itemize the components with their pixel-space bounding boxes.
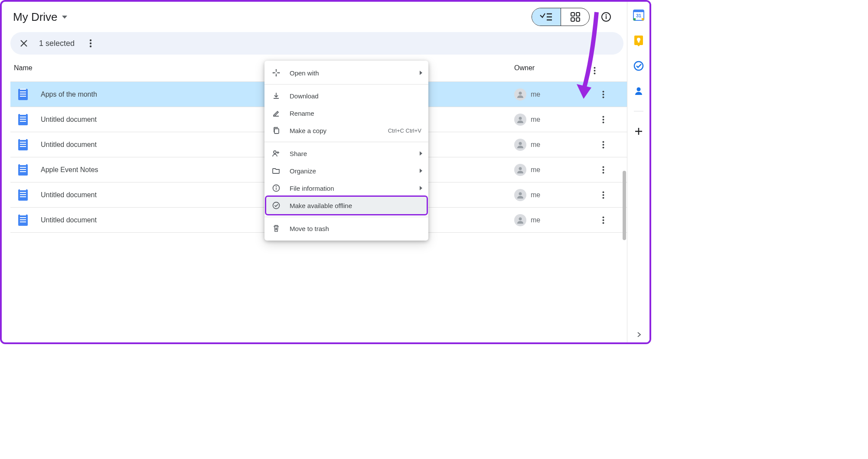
svg-point-13 xyxy=(519,91,522,94)
svg-rect-3 xyxy=(576,18,580,21)
svg-point-8 xyxy=(90,42,91,44)
svg-point-23 xyxy=(602,144,604,146)
svg-rect-2 xyxy=(571,18,574,21)
menu-move-to-trash[interactable]: Move to trash xyxy=(264,220,428,237)
svg-point-17 xyxy=(519,117,522,120)
svg-point-12 xyxy=(594,73,595,75)
share-icon xyxy=(271,150,281,157)
trash-icon xyxy=(271,225,281,232)
svg-point-51 xyxy=(636,88,640,91)
selection-bar: 1 selected xyxy=(10,32,623,55)
context-menu: Open with Download Rename Make xyxy=(264,61,428,241)
svg-point-38 xyxy=(274,151,276,153)
svg-rect-41 xyxy=(276,188,277,190)
svg-point-34 xyxy=(602,216,604,218)
shortcut-text: Ctrl+C Ctrl+V xyxy=(388,127,421,134)
page-title: My Drive xyxy=(13,10,58,24)
column-options-button[interactable] xyxy=(588,64,601,77)
menu-organize[interactable]: Organize xyxy=(264,162,428,179)
svg-point-24 xyxy=(602,146,604,148)
svg-point-50 xyxy=(634,62,643,70)
owner-avatar xyxy=(514,88,526,101)
svg-point-29 xyxy=(519,192,522,195)
svg-rect-45 xyxy=(642,18,644,20)
svg-point-9 xyxy=(90,46,91,47)
scrollbar[interactable] xyxy=(623,171,626,240)
keep-app-icon[interactable] xyxy=(633,36,644,46)
file-more-button[interactable] xyxy=(597,88,610,101)
selection-more-button[interactable] xyxy=(84,37,97,50)
view-switcher xyxy=(532,8,590,26)
selection-count: 1 selected xyxy=(39,39,75,48)
svg-rect-49 xyxy=(638,41,640,42)
docs-icon xyxy=(18,114,28,125)
rename-icon xyxy=(271,109,281,117)
svg-point-30 xyxy=(602,191,604,193)
svg-point-32 xyxy=(602,197,604,199)
svg-rect-6 xyxy=(606,16,607,19)
menu-file-info[interactable]: File information xyxy=(264,179,428,197)
svg-point-35 xyxy=(602,219,604,221)
copy-icon xyxy=(271,127,281,134)
svg-point-27 xyxy=(602,169,604,171)
calendar-app-icon[interactable]: 31 xyxy=(633,10,644,21)
svg-point-48 xyxy=(637,38,640,41)
svg-point-20 xyxy=(602,121,604,123)
svg-rect-46 xyxy=(633,18,636,20)
list-view-button[interactable] xyxy=(532,8,561,26)
submenu-arrow-icon xyxy=(420,151,422,156)
owner-avatar xyxy=(514,114,526,126)
docs-icon xyxy=(18,89,28,100)
svg-point-16 xyxy=(602,96,604,98)
location-dropdown[interactable]: My Drive xyxy=(10,9,70,26)
download-icon xyxy=(271,92,281,100)
file-more-button[interactable] xyxy=(597,189,610,202)
column-header-owner[interactable]: Owner xyxy=(514,64,588,77)
svg-point-19 xyxy=(602,119,604,120)
svg-point-36 xyxy=(602,222,604,224)
submenu-arrow-icon xyxy=(420,186,422,190)
open-with-icon xyxy=(271,68,281,77)
svg-rect-44 xyxy=(633,10,644,12)
column-header-name[interactable]: Name xyxy=(14,64,514,77)
owner-avatar xyxy=(514,139,526,151)
svg-point-33 xyxy=(519,217,522,220)
svg-point-21 xyxy=(519,142,522,145)
svg-point-31 xyxy=(602,194,604,196)
menu-make-copy[interactable]: Make a copy Ctrl+C Ctrl+V xyxy=(264,122,428,139)
hide-side-panel-button[interactable] xyxy=(634,329,644,340)
menu-open-with[interactable]: Open with xyxy=(264,64,428,81)
get-addons-button[interactable] xyxy=(633,126,644,137)
grid-view-button[interactable] xyxy=(561,8,589,26)
docs-icon xyxy=(18,139,28,150)
menu-make-offline[interactable]: Make available offline xyxy=(266,197,427,214)
file-more-button[interactable] xyxy=(597,138,610,151)
file-more-button[interactable] xyxy=(597,214,610,227)
svg-rect-0 xyxy=(571,13,574,16)
side-panel: 31 xyxy=(627,2,649,342)
docs-icon xyxy=(18,164,28,176)
docs-icon xyxy=(18,215,28,226)
menu-rename[interactable]: Rename xyxy=(264,104,428,122)
details-button[interactable] xyxy=(597,8,615,26)
svg-point-25 xyxy=(519,167,522,170)
submenu-arrow-icon xyxy=(420,71,422,75)
svg-rect-1 xyxy=(576,13,580,16)
contacts-app-icon[interactable] xyxy=(633,86,644,96)
menu-share[interactable]: Share xyxy=(264,145,428,162)
file-more-button[interactable] xyxy=(597,113,610,126)
file-more-button[interactable] xyxy=(597,163,610,176)
svg-point-18 xyxy=(602,116,604,117)
clear-selection-button[interactable] xyxy=(16,36,31,51)
info-icon xyxy=(271,184,281,192)
divider xyxy=(634,111,643,111)
svg-point-10 xyxy=(594,67,595,69)
owner-label: me xyxy=(531,91,540,98)
tasks-app-icon[interactable] xyxy=(633,61,644,71)
menu-download[interactable]: Download xyxy=(264,87,428,104)
svg-point-42 xyxy=(273,202,280,209)
owner-avatar xyxy=(514,189,526,201)
owner-avatar xyxy=(514,214,526,226)
svg-point-14 xyxy=(602,91,604,92)
svg-point-28 xyxy=(602,172,604,173)
